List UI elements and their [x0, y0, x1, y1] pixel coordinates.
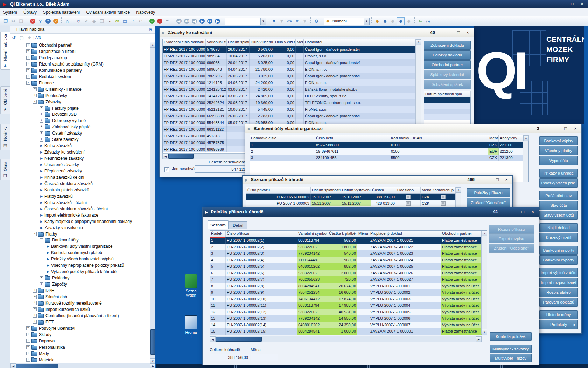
desktop-icon[interactable]: Hromaf: [180, 315, 203, 339]
button-kontrola-položek[interactable]: Kontrola položek: [490, 332, 532, 341]
table-row[interactable]: 9PU-2007-1-000002(9)750425123416 603,00V…: [210, 289, 487, 296]
table-row[interactable]: 8PU-2007-1-000002(8)800428454120 674,00V…: [210, 283, 487, 289]
refresh-icon[interactable]: ↺: [10, 34, 18, 41]
tab-detail[interactable]: Detail: [229, 221, 247, 229]
search-binoculars-icon[interactable]: ∞: [106, 18, 113, 25]
user-gray-icon[interactable]: ☻: [405, 18, 412, 25]
table-row[interactable]: FP-REZ-2017-100-00002112412541203.06.201…: [163, 86, 421, 93]
tree-item[interactable]: +Dovozní JSD: [40, 111, 77, 117]
table-row[interactable]: 13PU-2007-1-000002(13)775923414214 555,0…: [210, 315, 487, 322]
tree-item[interactable]: ▶Položky všech bankovních výpisů: [46, 256, 114, 262]
close-button[interactable]: ×: [572, 125, 579, 132]
button-položky-příkazu[interactable]: Položky příkazu: [467, 188, 510, 197]
print-icon[interactable]: ▤: [121, 18, 128, 25]
tree-item[interactable]: +Pokladny: [40, 275, 69, 281]
record-log-icon[interactable]: ≡: [164, 18, 171, 25]
sort-az-icon[interactable]: A⇅: [35, 34, 42, 41]
tree-item[interactable]: ▶Kniha závazků - účetní: [40, 199, 87, 206]
sidebar-tab-hlavn-nab-dka[interactable]: Hlavní nabídka▲: [0, 32, 10, 70]
minimize-button[interactable]: –: [552, 125, 560, 132]
tree-item[interactable]: ▶Kniha závazků: [40, 143, 72, 149]
table-row[interactable]: 5PU-2007-1-000002(5)6408010202882,00ZAVZ…: [210, 263, 487, 270]
close-button[interactable]: ×: [503, 177, 510, 183]
tree-item[interactable]: +Zálohové listy přijaté: [40, 124, 90, 130]
sidebar-tab-novinky[interactable]: Novinky▤: [0, 124, 10, 150]
table-row[interactable]: FP-REZ-2017-100-0000232524262420.05.2017…: [163, 99, 421, 106]
nav-next-icon[interactable]: ▶: [198, 18, 205, 25]
button-bankovní-importy[interactable]: Bankovní importy: [539, 246, 578, 255]
data-cube-icon[interactable]: ◆: [91, 18, 98, 25]
table-row[interactable]: PU-2007-1-00000215.10.200715.10.2007388 …: [246, 194, 461, 200]
button-položky-dokladu[interactable]: Položky dokladu: [424, 50, 471, 60]
tree-horizontal-scrollbar[interactable]: ◀ ▶: [10, 363, 155, 368]
tree-item[interactable]: +Organizace a řízení: [26, 48, 76, 55]
button-splátkový-kalendář[interactable]: Splátkový kalendář: [424, 70, 471, 79]
notifications-bell-icon[interactable]: ∩: [64, 18, 71, 25]
nav-first-icon[interactable]: ◀: [175, 18, 182, 25]
user-edit-icon[interactable]: ☻: [382, 18, 388, 25]
help-blue-icon[interactable]: ?: [44, 18, 51, 25]
nav-last-icon[interactable]: ▶: [214, 18, 221, 25]
context-help-icon[interactable]: ?: [37, 18, 44, 25]
tree-item[interactable]: ▶Kontrola plateb závazků: [40, 187, 89, 193]
undo-icon[interactable]: ↶: [137, 18, 144, 25]
menu-item-1[interactable]: Systém: [0, 10, 20, 15]
button-zrušení-odesláno-[interactable]: Zrušení "Odesláno": [467, 198, 510, 207]
button-najdi-doklad[interactable]: Najdi doklad: [539, 223, 578, 232]
button-počáteční-stav[interactable]: Počáteční stav: [539, 191, 578, 200]
table-row[interactable]: 6PU-2007-1-000002(6)5303220622 000,00ZAV…: [210, 270, 487, 277]
filter-cancel-icon[interactable]: ▼: [278, 18, 285, 25]
tree-item[interactable]: ▶Vyřazené položky příkazů k úhradě: [46, 268, 117, 275]
profile-combo[interactable]: ☻▼Základní: [324, 18, 370, 25]
table-row[interactable]: FP-REZ-2017-100-0000256699669926.06.2017…: [163, 113, 421, 119]
tree-item[interactable]: +Controlling (finanční plánování a řízen…: [33, 313, 119, 319]
tree-item[interactable]: +Ostatní závazky: [40, 130, 82, 136]
filter-sort-cancel-icon[interactable]: ▼: [301, 18, 308, 25]
menu-item-2[interactable]: Úpravy: [20, 10, 40, 15]
table-row[interactable]: PU-2007-1-00000315.11.200715.11.2007428 …: [246, 200, 461, 206]
cut-icon[interactable]: ✂: [10, 18, 17, 25]
button-multivýběr-mzdy[interactable]: Multivýběr - mzdy: [490, 354, 532, 362]
tree-item[interactable]: +Prodej a nákup: [26, 55, 67, 61]
tree-item[interactable]: +Silniční daň: [33, 294, 67, 300]
button-příkazy-k-úhradě[interactable]: Příkazy k úhradě: [539, 169, 578, 178]
maximize-button[interactable]: □: [519, 209, 527, 215]
button-protokoly[interactable]: Protokoly▶: [539, 320, 578, 329]
tree-item[interactable]: ▶Karty majetku s připojenými finančními …: [40, 218, 132, 225]
user-disabled-icon[interactable]: ☻: [389, 18, 396, 25]
user-active-icon[interactable]: ☻: [397, 17, 405, 25]
vertical-scrollbar[interactable]: ∧: [523, 135, 528, 182]
tree-item[interactable]: +Import kurzovních lístků: [33, 306, 90, 313]
maximize-button[interactable]: □: [455, 29, 462, 36]
tree-item[interactable]: ▶Přeplacené závazky: [40, 168, 82, 174]
menu-item-3[interactable]: Společná nastavení: [40, 10, 83, 15]
horizontal-scrollbar[interactable]: ◀ ▶: [210, 336, 482, 342]
button-bankovní-výpisy[interactable]: Bankovní výpisy: [539, 136, 578, 145]
menu-item-4[interactable]: Ovládání aktivní funkce: [83, 10, 133, 15]
horizontal-scrollbar[interactable]: ◀: [162, 153, 247, 159]
tree-item[interactable]: ▶Import elektronické fakturace: [40, 212, 98, 218]
table-row[interactable]: 2PU-2007-1-000002(2)5303220621 800,00ZAV…: [210, 244, 487, 251]
maximize-button[interactable]: □: [562, 125, 569, 132]
tree-item[interactable]: +Pohledávky: [33, 93, 67, 99]
minimize-button[interactable]: –: [509, 209, 517, 215]
table-row[interactable]: 14PU-2007-1-000002(14)640801020224 359,0…: [210, 322, 487, 328]
button-stav-účtu[interactable]: Stav účtu: [539, 201, 578, 210]
tree-search-input[interactable]: [44, 34, 88, 41]
tree-item[interactable]: -Bankovní účty: [40, 237, 78, 243]
button-kurzový-rozdíl[interactable]: Kurzový rozdíl: [539, 233, 578, 242]
button-rozpis-plateb[interactable]: Rozpis plateb: [539, 288, 578, 297]
sort-az-icon[interactable]: A⇅: [286, 18, 293, 25]
tree-item[interactable]: +Faktury přijaté: [40, 105, 79, 111]
globe-icon[interactable]: ◉: [149, 27, 152, 32]
button-párování-dokladů[interactable]: Párování dokladů: [539, 298, 578, 307]
desktop-icon[interactable]: Seznavydan: [180, 274, 203, 297]
tree-item[interactable]: +Kurzové rozdíly nerealizované: [33, 300, 102, 306]
filter-icon[interactable]: ▼: [271, 18, 278, 25]
close-button[interactable]: ×: [464, 29, 471, 36]
tree-item[interactable]: +Redakční systém: [26, 74, 71, 80]
menu-item-5[interactable]: Nápovědy: [133, 10, 158, 15]
table-row[interactable]: 3234109-4565500CZK221300: [250, 155, 528, 161]
button-všechny-platby[interactable]: Všechny platby: [539, 146, 578, 155]
table-row[interactable]: FP-REZ-2017-100-00001298956410.04.20175 …: [163, 53, 421, 59]
